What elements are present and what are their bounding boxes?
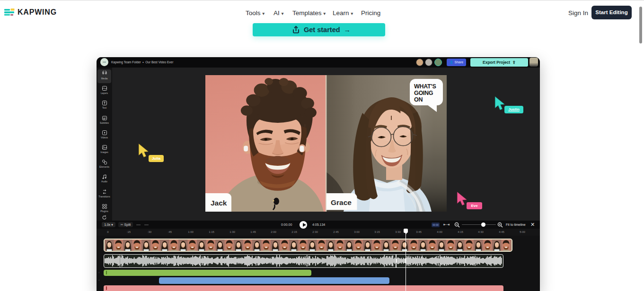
svg-text:ON: ON — [414, 96, 423, 103]
svg-text:WHAT’S: WHAT’S — [414, 83, 436, 90]
svg-text:Grace: Grace — [331, 198, 352, 206]
svg-text:GOING: GOING — [414, 90, 433, 96]
svg-text:Jack: Jack — [211, 199, 227, 207]
